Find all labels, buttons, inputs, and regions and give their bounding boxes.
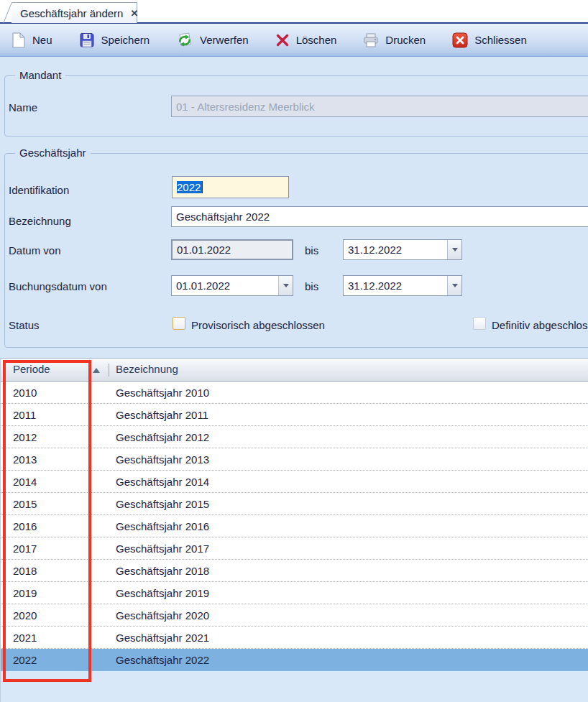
bis-label-2: bis xyxy=(305,280,318,292)
cell-bezeichnung: Geschäftsjahr 2021 xyxy=(109,632,588,644)
cell-periode: 2012 xyxy=(1,431,109,443)
cell-bezeichnung: Geschäftsjahr 2012 xyxy=(109,431,588,443)
cell-periode: 2013 xyxy=(1,453,109,466)
column-separator[interactable] xyxy=(109,364,109,377)
toolbar-button-label: Neu xyxy=(32,34,52,46)
cell-periode: 2020 xyxy=(1,609,109,622)
tab-close-icon[interactable]: ✕ xyxy=(123,8,147,19)
drucken-button[interactable]: Drucken xyxy=(356,26,438,55)
cell-bezeichnung: Geschäftsjahr 2018 xyxy=(109,565,588,577)
cell-bezeichnung: Geschäftsjahr 2022 xyxy=(109,654,588,666)
printer-icon xyxy=(363,33,379,47)
dropdown-arrow-icon[interactable] xyxy=(278,276,293,295)
cell-bezeichnung: Geschäftsjahr 2017 xyxy=(109,542,588,555)
definitiv-checkbox-label: Definitiv abgeschlossen xyxy=(492,319,588,331)
cell-periode: 2011 xyxy=(1,409,109,421)
table-row[interactable]: 2018Geschäftsjahr 2018 xyxy=(1,560,588,582)
buchungsdatum-von-label: Buchungsdatum von xyxy=(9,280,107,292)
bis-label-1: bis xyxy=(305,244,318,257)
table-row[interactable]: 2010Geschäftsjahr 2010 xyxy=(1,382,588,404)
datum-bis-field[interactable]: 31.12.2022 xyxy=(343,239,462,260)
table-row[interactable]: 2017Geschäftsjahr 2017 xyxy=(1,537,588,560)
cell-bezeichnung: Geschäftsjahr 2011 xyxy=(109,409,588,421)
table-row[interactable]: 2013Geschäftsjahr 2013 xyxy=(1,448,588,471)
cell-bezeichnung: Geschäftsjahr 2019 xyxy=(109,587,588,599)
table-row[interactable]: 2015Geschäftsjahr 2015 xyxy=(1,493,588,515)
verwerfen-button[interactable]: Verwerfen xyxy=(169,26,261,55)
buchungsdatum-von-field[interactable]: 01.01.2022 xyxy=(171,275,293,296)
new-document-icon xyxy=(12,32,26,48)
grid-header: Periode Bezeichnung xyxy=(1,358,588,382)
identifikation-label: Identifikation xyxy=(9,184,69,196)
toolbar-button-label: Speichern xyxy=(101,34,150,46)
column-header-periode[interactable]: Periode xyxy=(13,363,50,375)
dropdown-arrow-icon[interactable] xyxy=(447,240,461,259)
cell-periode: 2021 xyxy=(1,632,109,644)
provisorisch-checkbox-label: Provisorisch abgeschlossen xyxy=(191,319,325,331)
table-row[interactable]: 2021Geschäftsjahr 2021 xyxy=(1,627,588,649)
provisorisch-checkbox[interactable] xyxy=(173,317,185,330)
toolbar-button-label: Drucken xyxy=(385,34,426,46)
cell-periode: 2017 xyxy=(1,542,109,555)
column-header-bezeichnung[interactable]: Bezeichnung xyxy=(116,363,178,375)
datum-von-value: 01.01.2022 xyxy=(177,244,231,256)
toolbar-button-label: Schliessen xyxy=(474,34,527,46)
cell-bezeichnung: Geschäftsjahr 2010 xyxy=(109,387,588,399)
discard-refresh-icon xyxy=(176,32,193,48)
name-field: 01 - Altersresidenz Meerblick xyxy=(171,96,588,117)
schliessen-button[interactable]: Schliessen xyxy=(445,26,539,55)
toolbar-button-label: Verwerfen xyxy=(200,34,249,46)
delete-x-icon xyxy=(275,33,290,47)
mandant-legend: Mandant xyxy=(15,69,65,81)
toolbar-button-label: Löschen xyxy=(296,34,337,46)
identifikation-selected-text: 2022 xyxy=(177,181,202,193)
bezeichnung-label: Bezeichnung xyxy=(9,215,71,227)
toolbar: Neu Speichern xyxy=(0,24,588,57)
cell-bezeichnung: Geschäftsjahr 2015 xyxy=(109,498,588,510)
status-label: Status xyxy=(9,319,40,331)
datum-von-field: 01.01.2022 xyxy=(171,239,293,260)
buchungsdatum-bis-value: 31.12.2022 xyxy=(344,280,447,292)
cell-periode: 2016 xyxy=(1,520,109,532)
cell-bezeichnung: Geschäftsjahr 2020 xyxy=(109,609,588,622)
sort-ascending-icon xyxy=(93,368,100,373)
table-row[interactable]: 2014Geschäftsjahr 2014 xyxy=(1,471,588,493)
tab-slant-edge xyxy=(3,3,12,23)
tab-geschaeftsjahr-aendern[interactable]: Geschäftsjahr ändern ✕ xyxy=(12,2,137,23)
geschaeftsjahr-aendern-window: Geschäftsjahr ändern ✕ Neu xyxy=(0,0,588,702)
datum-bis-value: 31.12.2022 xyxy=(344,244,447,256)
table-row[interactable]: 2011Geschäftsjahr 2011 xyxy=(1,404,588,426)
table-row[interactable]: 2012Geschäftsjahr 2012 xyxy=(1,426,588,448)
perioden-grid: Periode Bezeichnung 2010Geschäftsjahr 20… xyxy=(0,358,588,702)
datum-von-label: Datum von xyxy=(9,244,61,257)
save-floppy-icon xyxy=(79,32,95,48)
cell-bezeichnung: Geschäftsjahr 2016 xyxy=(109,520,588,532)
bezeichnung-field[interactable]: Geschäftsjahr 2022 xyxy=(171,206,588,227)
cell-periode: 2010 xyxy=(1,387,109,399)
neu-button[interactable]: Neu xyxy=(4,26,65,55)
dropdown-arrow-icon[interactable] xyxy=(447,276,461,295)
name-label: Name xyxy=(9,101,37,114)
speichern-button[interactable]: Speichern xyxy=(72,26,162,55)
cell-periode: 2015 xyxy=(1,498,109,510)
name-field-value: 01 - Altersresidenz Meerblick xyxy=(176,101,315,113)
identifikation-field[interactable]: 2022 xyxy=(172,176,289,198)
table-row[interactable]: 2016Geschäftsjahr 2016 xyxy=(1,515,588,537)
loeschen-button[interactable]: Löschen xyxy=(268,26,349,55)
tab-bar: Geschäftsjahr ändern ✕ xyxy=(0,0,588,24)
cell-periode: 2018 xyxy=(1,565,109,577)
cell-periode: 2022 xyxy=(1,654,109,666)
grid-body: 2010Geschäftsjahr 20102011Geschäftsjahr … xyxy=(1,382,588,671)
close-window-icon xyxy=(452,32,468,48)
definitiv-checkbox[interactable] xyxy=(473,317,486,330)
table-row[interactable]: 2022Geschäftsjahr 2022 xyxy=(1,649,588,671)
tab-title: Geschäftsjahr ändern xyxy=(12,7,123,19)
text-caret xyxy=(202,181,203,193)
cell-periode: 2019 xyxy=(1,587,109,599)
cell-bezeichnung: Geschäftsjahr 2014 xyxy=(109,476,588,488)
geschaeftsjahr-legend: Geschäftsjahr xyxy=(15,147,91,159)
table-row[interactable]: 2020Geschäftsjahr 2020 xyxy=(1,604,588,627)
buchungsdatum-bis-field[interactable]: 31.12.2022 xyxy=(343,275,462,296)
bezeichnung-field-value: Geschäftsjahr 2022 xyxy=(176,211,270,223)
table-row[interactable]: 2019Geschäftsjahr 2019 xyxy=(1,582,588,604)
